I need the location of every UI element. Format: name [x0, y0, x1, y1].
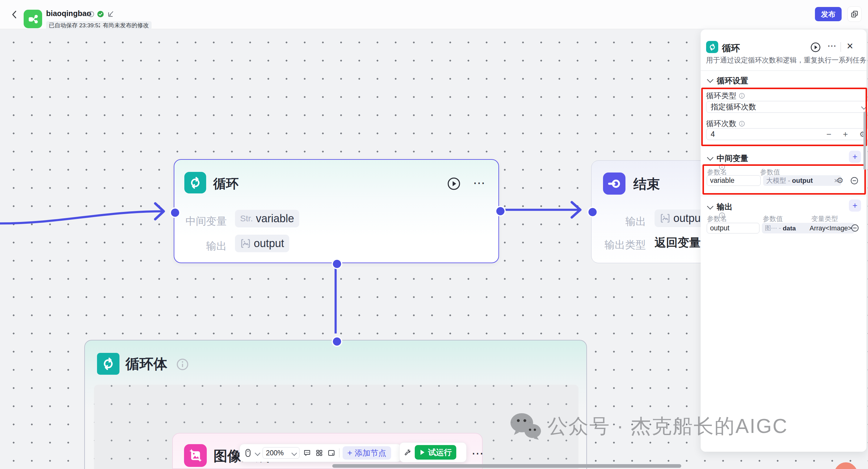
- end-row2-value: 返回变量: [655, 235, 701, 250]
- loop-node-title: 循环: [213, 175, 239, 192]
- wrench-icon[interactable]: [403, 448, 412, 457]
- node-config-panel: 循环 ⋯ × 用于通过设定循环次数和逻辑，重复执行一系列任务 循环设置 循环类型…: [701, 29, 867, 452]
- run-toolbar: 试运行: [399, 442, 467, 462]
- add-node-button[interactable]: + 添加节点: [343, 446, 391, 460]
- end-row1-label: 输出: [603, 215, 646, 228]
- remove-row-icon[interactable]: [851, 224, 859, 232]
- edit-title-icon[interactable]: [107, 10, 114, 17]
- loop-settings-chevron-icon[interactable]: [707, 76, 713, 83]
- select-chevron-icon: [861, 104, 867, 110]
- remove-row-icon[interactable]: [850, 177, 858, 185]
- end-node-title: 结束: [633, 175, 660, 193]
- loop-type-select[interactable]: 指定循环次数: [706, 101, 868, 113]
- intermediate-value-tag[interactable]: 大模型 - output ×: [763, 175, 841, 186]
- zoom-select[interactable]: 200%: [262, 447, 300, 459]
- pointer-mode-icon[interactable]: [244, 448, 252, 458]
- string-type-label: Str.: [240, 214, 253, 223]
- loop-body-icon: [97, 353, 120, 375]
- plus-icon: +: [347, 448, 352, 458]
- end-icon: [603, 173, 625, 195]
- loop-node[interactable]: 循环 ⋯ 中间变量 Str. variable 输出 output: [174, 159, 499, 263]
- gear-icon[interactable]: ⚙: [836, 176, 843, 185]
- duplicate-window-button[interactable]: [847, 6, 862, 22]
- minimap-icon[interactable]: [327, 448, 336, 458]
- intermediate-chevron-icon[interactable]: [707, 154, 713, 161]
- canvas-horizontal-scrollbar[interactable]: [332, 464, 681, 468]
- end-row2-label: 输出类型: [601, 238, 646, 252]
- info-icon: [739, 93, 745, 99]
- pointer-mode-chevron-icon[interactable]: [255, 450, 260, 456]
- add-output-button[interactable]: +: [849, 199, 861, 212]
- loop-row2-tag[interactable]: output: [235, 234, 289, 252]
- loop-body-title: 循环体: [125, 355, 167, 374]
- workflow-app-icon: [24, 10, 42, 28]
- param-value-column: 参数值: [763, 214, 783, 223]
- image-generation-icon: [184, 444, 207, 467]
- panel-scrollbar[interactable]: [864, 112, 866, 170]
- info-icon: [739, 121, 745, 127]
- layout-blocks-icon[interactable]: [315, 448, 324, 458]
- test-run-button[interactable]: 试运行: [415, 445, 456, 460]
- panel-loop-icon: [706, 41, 718, 53]
- output-type-select[interactable]: Array<Image>: [807, 223, 855, 233]
- loop-row2-label: 输出: [174, 239, 227, 253]
- loop-count-stepper[interactable]: 4 − + ⚙: [706, 128, 868, 140]
- workflow-title: biaoqingbao: [46, 9, 91, 18]
- loop-body-top-port[interactable]: [332, 336, 342, 347]
- zoom-chevron-icon: [291, 450, 297, 456]
- add-intermediate-button[interactable]: +: [849, 151, 861, 163]
- panel-header-divider: [840, 42, 841, 52]
- assistant-blob[interactable]: [833, 460, 859, 469]
- decrement-button[interactable]: −: [827, 129, 831, 139]
- title-info-icon[interactable]: [88, 11, 94, 17]
- loop-node-run-icon[interactable]: [447, 177, 461, 190]
- output-name-input[interactable]: [707, 223, 760, 233]
- loop-bottom-port[interactable]: [332, 259, 342, 269]
- loop-row1-tag[interactable]: Str. variable: [235, 210, 299, 227]
- loop-body-info-icon[interactable]: [177, 358, 189, 371]
- canvas-toolbar: 200% + 添加节点: [240, 444, 401, 462]
- loop-input-port[interactable]: [170, 207, 180, 218]
- output-chevron-icon[interactable]: [707, 203, 713, 210]
- panel-title: 循环: [722, 42, 740, 55]
- loop-type-label: 循环类型: [706, 91, 745, 101]
- panel-description: 用于通过设定循环次数和逻辑，重复执行一系列任务: [706, 56, 867, 65]
- toolbar-divider: [339, 448, 340, 458]
- panel-more-icon[interactable]: ⋯: [827, 40, 837, 51]
- autosave-badge: 已自动保存 23:39:52: [46, 21, 104, 29]
- saved-check-icon: [97, 10, 104, 18]
- image-type-icon: [660, 213, 671, 224]
- panel-close-icon[interactable]: ×: [847, 40, 853, 53]
- top-bar: biaoqingbao 已自动保存 23:39:52 有尚未发布的修改 发布: [0, 0, 868, 29]
- loop-count-label: 循环次数: [706, 119, 745, 129]
- image-node-more-icon[interactable]: ⋯: [471, 446, 485, 460]
- unpublished-changes-badge: 有尚未发布的修改: [100, 21, 152, 29]
- loop-node-more-icon[interactable]: ⋯: [473, 176, 486, 190]
- loop-icon: [184, 172, 206, 193]
- loop-output-port[interactable]: [495, 206, 506, 216]
- publish-button[interactable]: 发布: [815, 7, 842, 21]
- loop-row1-label: 中间变量: [174, 214, 227, 228]
- divider: [701, 70, 867, 71]
- comment-icon[interactable]: [303, 448, 312, 458]
- variable-type-column: 变量类型: [811, 214, 838, 223]
- back-button[interactable]: [9, 9, 20, 20]
- divider: [701, 195, 867, 196]
- loop-settings-title: 循环设置: [717, 75, 748, 86]
- param-name-column: 参数名: [707, 214, 727, 223]
- panel-run-icon[interactable]: [810, 42, 821, 53]
- end-input-port[interactable]: [587, 207, 598, 217]
- increment-button[interactable]: +: [843, 129, 848, 139]
- intermediate-name-input[interactable]: [707, 175, 761, 186]
- output-value-tag[interactable]: 图⋯ - data: [762, 223, 810, 233]
- image-type-icon: [240, 238, 251, 249]
